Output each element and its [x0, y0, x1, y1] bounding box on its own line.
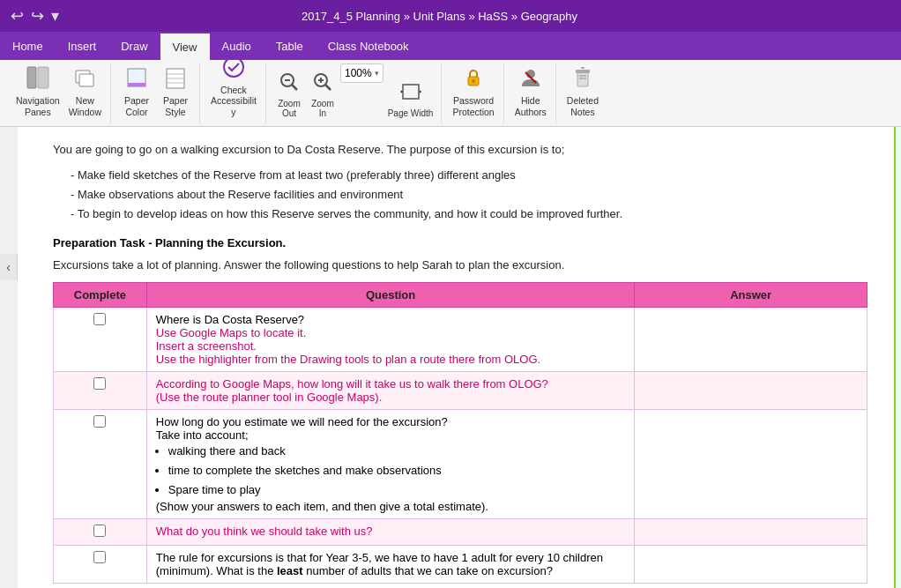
row1-question-text: Where is Da Costa Reserve?: [156, 313, 304, 326]
navigation-panes-button[interactable]: NavigationPanes: [12, 63, 63, 120]
svg-point-10: [224, 57, 243, 77]
row3-checkbox-cell: [54, 409, 147, 518]
svg-line-17: [325, 85, 331, 90]
table-row: According to Google Maps, how long will …: [54, 371, 867, 409]
navigation-panes-label: NavigationPanes: [16, 95, 60, 117]
row5-answer-cell[interactable]: [635, 546, 867, 584]
row3-question-text: How long do you estimate we will need fo…: [156, 415, 448, 428]
intro-text: You are going to go on a walking excursi…: [53, 141, 867, 159]
check-accessibility-button[interactable]: CheckAccessibility: [207, 63, 260, 120]
new-window-icon: [72, 65, 97, 93]
row4-question-cell: What do you think we should take with us…: [146, 519, 635, 546]
ribbon-group-password: PasswordProtection: [443, 63, 503, 123]
excursion-intro-text: Excursions take a lot of planning. Answe…: [53, 258, 867, 272]
zoom-value-box[interactable]: 100% ▾: [340, 63, 383, 83]
title-bar-controls[interactable]: ↩ ↪ ▾: [11, 6, 59, 26]
table-header-answer: Answer: [635, 282, 867, 307]
paper-color-button[interactable]: PaperColor: [118, 63, 155, 120]
menu-draw[interactable]: Draw: [108, 32, 160, 60]
paper-style-button[interactable]: PaperStyle: [157, 63, 194, 120]
title-bar: ↩ ↪ ▾ 2017_4_5 Planning » Unit Plans » H…: [0, 0, 901, 32]
zoom-out-icon: [279, 71, 300, 97]
row4-checkbox-cell: [54, 519, 147, 546]
svg-rect-30: [576, 70, 590, 73]
table-header-complete: Complete: [54, 282, 147, 307]
row2-checkbox[interactable]: [93, 377, 106, 390]
page-content: You are going to go on a walking excursi…: [18, 127, 894, 588]
new-window-label: NewWindow: [69, 95, 101, 117]
dropdown-icon[interactable]: ▾: [51, 6, 59, 26]
sidebar-toggle-button[interactable]: ‹: [0, 254, 18, 280]
row5-question-cell: The rule for excursions is that for Year…: [146, 546, 635, 584]
bullet-item-2: Make observations about the Reserve faci…: [71, 185, 867, 205]
svg-rect-5: [128, 83, 145, 86]
row2-question-extra: (Use the route planner tool in Google Ma…: [156, 391, 383, 404]
row4-answer-cell[interactable]: [635, 519, 867, 546]
check-accessibility-label: CheckAccessibility: [211, 85, 257, 118]
deleted-notes-icon: [570, 65, 595, 93]
new-window-button[interactable]: NewWindow: [65, 63, 105, 120]
navigation-panes-icon: [26, 65, 50, 93]
row4-checkbox[interactable]: [93, 525, 106, 537]
row2-answer-cell[interactable]: [635, 371, 867, 409]
bullet-item-1: Make field sketches of the Reserve from …: [71, 166, 867, 185]
ribbon-group-panes: NavigationPanes NewWindow: [7, 63, 111, 123]
ribbon-group-paper: PaperColor PaperStyle: [113, 63, 200, 123]
zoom-out-button[interactable]: ZoomOut: [273, 63, 305, 120]
ribbon: NavigationPanes NewWindow PaperColor Pap…: [0, 60, 901, 127]
svg-line-13: [292, 85, 297, 90]
bullet-item-3: To begin to develop ideas on how this Re…: [71, 205, 867, 224]
page-width-button[interactable]: Page Width: [385, 63, 436, 120]
row2-checkbox-cell: [54, 371, 147, 409]
zoom-dropdown-icon[interactable]: ▾: [375, 69, 379, 78]
row4-question-text: What do you think we should take with us…: [156, 525, 373, 538]
content-area: ‹ You are going to go on a walking excur…: [0, 127, 901, 588]
svg-point-24: [472, 79, 475, 83]
row1-answer-cell[interactable]: [635, 307, 867, 371]
ribbon-group-accessibility: CheckAccessibility: [202, 63, 266, 123]
row3-bullet3: Spare time to play: [168, 480, 626, 500]
page-width-label: Page Width: [388, 108, 434, 118]
svg-rect-1: [38, 67, 48, 88]
row1-question-cell: Where is Da Costa Reserve? Use Google Ma…: [146, 307, 635, 371]
undo-icon[interactable]: ↩: [11, 6, 24, 26]
row1-checkbox-cell: [54, 307, 147, 371]
right-sidebar: [894, 127, 901, 588]
svg-rect-3: [79, 74, 93, 86]
zoom-in-button[interactable]: ZoomIn: [307, 63, 339, 120]
ribbon-group-zoom: ZoomOut ZoomIn 100% ▾ Page Width: [268, 63, 442, 123]
row3-question-cell: How long do you estimate we will need fo…: [146, 409, 635, 518]
paper-style-label: PaperStyle: [163, 95, 188, 117]
paper-color-label: PaperColor: [124, 95, 149, 117]
ribbon-group-authors: HideAuthors: [506, 63, 556, 123]
row3-question-suffix: (Show your answers to each item, and the…: [156, 500, 488, 513]
table-row: The rule for excursions is that for Year…: [54, 546, 867, 584]
row3-take-account: Take into account;: [156, 428, 249, 442]
menu-bar: Home Insert Draw View Audio Table Class …: [0, 32, 901, 60]
menu-insert[interactable]: Insert: [56, 32, 109, 60]
redo-icon[interactable]: ↪: [31, 6, 44, 26]
page-width-icon: [400, 81, 421, 107]
ribbon-group-deleted: DeletedNotes: [558, 63, 607, 123]
password-protection-icon: [461, 65, 486, 93]
row3-answer-cell[interactable]: [635, 409, 867, 518]
row1-question-extra3: Use the highlighter from the Drawing too…: [156, 353, 540, 366]
password-protection-label: PasswordProtection: [452, 95, 494, 117]
menu-class-notebook[interactable]: Class Notebook: [316, 32, 421, 60]
hide-authors-button[interactable]: HideAuthors: [511, 63, 550, 120]
menu-home[interactable]: Home: [0, 32, 56, 60]
menu-view[interactable]: View: [160, 32, 210, 60]
paper-style-icon: [163, 65, 188, 93]
table-row: How long do you estimate we will need fo…: [54, 409, 867, 518]
deleted-notes-button[interactable]: DeletedNotes: [563, 63, 602, 120]
row5-checkbox[interactable]: [93, 551, 106, 563]
svg-rect-27: [577, 72, 588, 86]
row3-checkbox[interactable]: [93, 415, 106, 428]
row1-checkbox[interactable]: [93, 313, 106, 325]
svg-rect-18: [403, 85, 419, 99]
table-row: What do you think we should take with us…: [54, 519, 867, 546]
menu-table[interactable]: Table: [264, 32, 316, 60]
table-header-question: Question: [146, 282, 635, 307]
password-protection-button[interactable]: PasswordProtection: [449, 63, 497, 120]
table-row: Where is Da Costa Reserve? Use Google Ma…: [54, 307, 867, 371]
